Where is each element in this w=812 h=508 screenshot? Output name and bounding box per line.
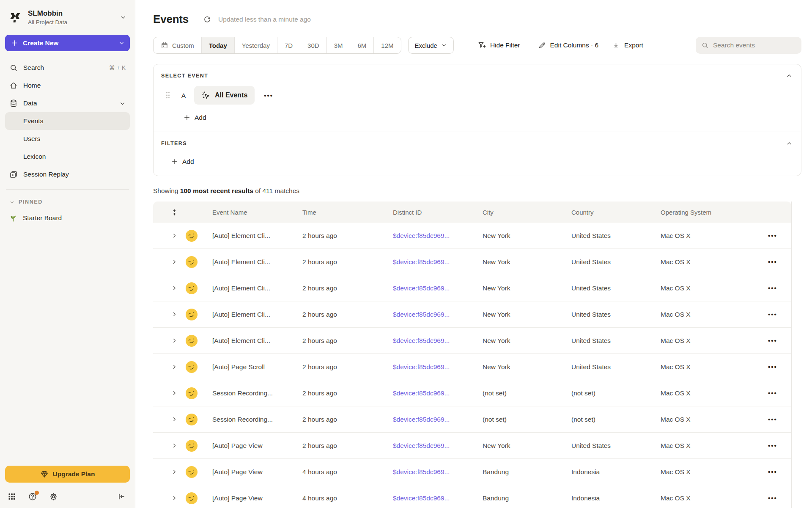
sidebar-item-data[interactable]: Data bbox=[5, 94, 130, 112]
sidebar-item-events[interactable]: Events bbox=[5, 112, 130, 130]
cell-distinct-id[interactable]: $device:f85dc969... bbox=[393, 363, 483, 371]
add-event-button[interactable]: Add bbox=[184, 114, 206, 121]
row-more-menu[interactable]: ••• bbox=[768, 284, 777, 292]
cell-distinct-id[interactable]: $device:f85dc969... bbox=[393, 442, 483, 450]
row-expand-chevron[interactable] bbox=[171, 390, 178, 396]
column-header-time[interactable]: Time bbox=[302, 209, 393, 216]
table-row: [Auto] Element Cli... 2 hours ago $devic… bbox=[153, 275, 791, 301]
event-row-letter: A bbox=[181, 92, 187, 99]
sidebar-item-starter-board[interactable]: Starter Board bbox=[5, 209, 130, 227]
cell-event-name: [Auto] Element Cli... bbox=[212, 258, 302, 266]
row-more-menu[interactable]: ••• bbox=[768, 389, 777, 397]
row-more-menu[interactable]: ••• bbox=[768, 416, 777, 423]
database-icon bbox=[9, 99, 18, 108]
row-more-menu[interactable]: ••• bbox=[768, 232, 777, 239]
row-more-menu[interactable]: ••• bbox=[768, 337, 777, 344]
cell-distinct-id[interactable]: $device:f85dc969... bbox=[393, 337, 483, 345]
row-expand-chevron[interactable] bbox=[171, 311, 178, 318]
edit-columns-button[interactable]: Edit Columns · 6 bbox=[538, 41, 599, 50]
row-expand-chevron[interactable] bbox=[171, 285, 178, 291]
cell-distinct-id[interactable]: $device:f85dc969... bbox=[393, 494, 483, 502]
column-header-distinct-id[interactable]: Distinct ID bbox=[393, 209, 483, 216]
export-button[interactable]: Export bbox=[612, 41, 643, 50]
exclude-dropdown[interactable]: Exclude bbox=[408, 37, 454, 54]
table-row: [Auto] Element Cli... 2 hours ago $devic… bbox=[153, 301, 791, 328]
plus-icon bbox=[171, 158, 178, 165]
column-header-country[interactable]: Country bbox=[571, 209, 661, 216]
cell-distinct-id[interactable]: $device:f85dc969... bbox=[393, 311, 483, 318]
drag-handle-icon[interactable] bbox=[165, 91, 170, 99]
row-more-menu[interactable]: ••• bbox=[768, 363, 777, 370]
pinned-section-header[interactable]: PINNED bbox=[5, 196, 130, 209]
chevron-up-icon[interactable] bbox=[786, 72, 793, 79]
row-more-menu[interactable]: ••• bbox=[768, 494, 777, 502]
cell-distinct-id[interactable]: $device:f85dc969... bbox=[393, 258, 483, 266]
cell-operating-system: Mac OS X bbox=[661, 284, 754, 292]
row-expand-chevron[interactable] bbox=[171, 416, 178, 422]
column-header-city[interactable]: City bbox=[483, 209, 571, 216]
hide-filter-button[interactable]: Hide Filter bbox=[477, 41, 520, 50]
row-expand-chevron[interactable] bbox=[171, 469, 178, 475]
row-expand-chevron[interactable] bbox=[171, 495, 178, 501]
sidebar-item-home[interactable]: Home bbox=[5, 77, 130, 94]
collapse-sidebar-icon[interactable] bbox=[117, 492, 126, 501]
help-icon[interactable] bbox=[28, 492, 37, 501]
query-builder: SELECT EVENT A bbox=[153, 64, 801, 176]
date-range-custom[interactable]: Custom bbox=[154, 37, 202, 53]
cell-operating-system: Mac OS X bbox=[661, 311, 754, 318]
add-filter-button[interactable]: Add bbox=[171, 158, 194, 166]
cell-city: New York bbox=[483, 311, 571, 318]
workspace-project: All Project Data bbox=[28, 19, 114, 25]
cell-distinct-id[interactable]: $device:f85dc969... bbox=[393, 416, 483, 423]
sidebar-item-label: Starter Board bbox=[23, 214, 62, 222]
date-range-7d[interactable]: 7D bbox=[277, 37, 300, 53]
sidebar-item-lexicon[interactable]: Lexicon bbox=[5, 148, 130, 166]
event-more-menu[interactable]: ••• bbox=[264, 92, 273, 99]
date-range-3m[interactable]: 3M bbox=[327, 37, 351, 53]
cell-operating-system: Mac OS X bbox=[661, 494, 754, 502]
row-more-menu[interactable]: ••• bbox=[768, 311, 777, 318]
settings-gear-icon[interactable] bbox=[49, 492, 58, 501]
apps-grid-icon[interactable] bbox=[8, 492, 16, 501]
event-chip-label: All Events bbox=[215, 91, 247, 99]
plus-icon bbox=[184, 114, 190, 121]
chevron-down-icon[interactable] bbox=[118, 40, 125, 46]
cell-distinct-id[interactable]: $device:f85dc969... bbox=[393, 468, 483, 476]
chevron-up-icon[interactable] bbox=[786, 140, 793, 147]
column-header-event-name[interactable]: Event Name bbox=[212, 209, 302, 216]
chevron-down-icon bbox=[441, 42, 447, 48]
date-range-6m[interactable]: 6M bbox=[350, 37, 374, 53]
upgrade-plan-button[interactable]: Upgrade Plan bbox=[5, 466, 130, 483]
row-more-menu[interactable]: ••• bbox=[768, 468, 777, 475]
column-header-operating-system[interactable]: Operating System bbox=[661, 209, 754, 216]
search-events-input[interactable] bbox=[713, 41, 796, 49]
create-new-button[interactable]: Create New bbox=[5, 35, 130, 51]
cell-time: 4 hours ago bbox=[302, 494, 393, 502]
collapse-rows-icon[interactable] bbox=[171, 209, 178, 216]
date-range-yesterday[interactable]: Yesterday bbox=[235, 37, 277, 53]
table-row: [Auto] Element Cli... 2 hours ago $devic… bbox=[153, 223, 791, 249]
workspace-switcher[interactable]: SLMobbin All Project Data bbox=[5, 0, 130, 33]
cell-distinct-id[interactable]: $device:f85dc969... bbox=[393, 284, 483, 292]
user-avatar bbox=[185, 387, 212, 400]
cell-distinct-id[interactable]: $device:f85dc969... bbox=[393, 389, 483, 397]
date-range-12m[interactable]: 12M bbox=[374, 37, 401, 53]
date-range-today[interactable]: Today bbox=[202, 37, 235, 53]
cell-distinct-id[interactable]: $device:f85dc969... bbox=[393, 232, 483, 240]
row-more-menu[interactable]: ••• bbox=[768, 258, 777, 265]
date-range-30d[interactable]: 30D bbox=[300, 37, 327, 53]
row-expand-chevron[interactable] bbox=[171, 232, 178, 239]
refresh-icon[interactable] bbox=[203, 15, 211, 24]
row-expand-chevron[interactable] bbox=[171, 364, 178, 370]
sidebar-item-search[interactable]: Search ⌘ + K bbox=[5, 59, 130, 77]
search-events-box[interactable] bbox=[696, 37, 801, 54]
filter-plus-icon bbox=[477, 41, 486, 50]
row-expand-chevron[interactable] bbox=[171, 442, 178, 449]
sidebar-item-session-replay[interactable]: Session Replay bbox=[5, 166, 130, 183]
row-more-menu[interactable]: ••• bbox=[768, 442, 777, 449]
cell-city: (not set) bbox=[483, 389, 571, 397]
event-selector-chip[interactable]: All Events bbox=[194, 86, 255, 105]
row-expand-chevron[interactable] bbox=[171, 337, 178, 344]
row-expand-chevron[interactable] bbox=[171, 259, 178, 265]
sidebar-item-users[interactable]: Users bbox=[5, 130, 130, 148]
